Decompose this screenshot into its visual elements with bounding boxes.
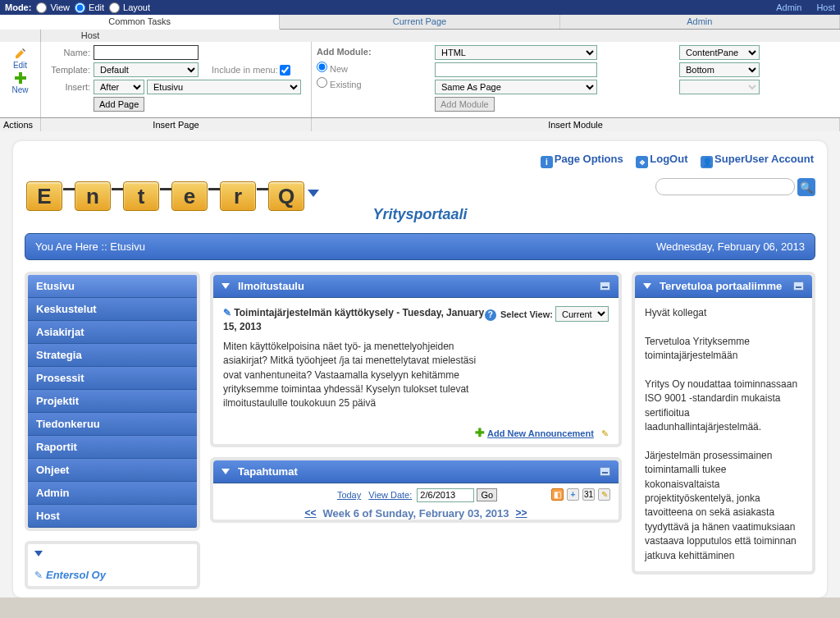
cal-prev[interactable]: << — [304, 507, 316, 519]
action-new[interactable]: New — [0, 71, 40, 94]
mode-edit-radio[interactable] — [75, 2, 85, 13]
announcement-title: Toimintajärjestelmän käyttökysely - Tues… — [223, 307, 484, 332]
pencil-icon[interactable]: ✎ — [223, 307, 231, 318]
breadcrumb: You Are Here :: Etusivu — [35, 240, 145, 253]
name-label: Name: — [46, 48, 90, 57]
mode-edit-lbl: Edit — [89, 2, 104, 12]
tab-admin[interactable]: Admin — [560, 15, 840, 29]
module-new-lbl: New — [330, 64, 348, 74]
page-options-link[interactable]: iPage Options — [536, 153, 623, 165]
mode-layout-lbl: Layout — [123, 2, 150, 12]
minimize-icon[interactable] — [600, 282, 610, 291]
insert-page-section-label: Insert Page — [41, 118, 312, 131]
search-input[interactable] — [655, 178, 795, 195]
cal-icon-edit[interactable]: ✎ — [598, 488, 610, 501]
module-title-tapahtumat: Tapahtumat — [238, 465, 298, 478]
welcome-p1: Hyvät kollegat — [645, 306, 802, 320]
name-input[interactable] — [94, 45, 199, 60]
announcement-body: Miten käyttökelpoisina näet työ- ja mene… — [223, 340, 477, 411]
sidebar-item-admin[interactable]: Admin — [28, 482, 197, 505]
sidebar-item-projektit[interactable]: Projektit — [28, 390, 197, 413]
insert-ref-select[interactable]: Etusivu — [147, 80, 301, 94]
module-existing-lbl: Existing — [330, 80, 362, 89]
welcome-p4: Järjestelmän prosessimainen toimintamall… — [645, 449, 802, 563]
include-menu-check[interactable] — [280, 65, 290, 76]
sidebar-item-strategia[interactable]: Strategia — [28, 344, 197, 367]
info-icon: i — [541, 156, 553, 168]
account-link[interactable]: 👤SuperUser Account — [696, 153, 814, 165]
collapse-icon[interactable] — [643, 283, 651, 289]
chevron-down-icon[interactable] — [34, 551, 43, 556]
action-edit-lbl: Edit — [13, 61, 27, 70]
add-page-button[interactable]: Add Page — [94, 97, 144, 112]
module-new-radio[interactable] — [317, 62, 327, 72]
search-button[interactable]: 🔍 — [797, 178, 815, 196]
sidebar-item-raportit[interactable]: Raportit — [28, 436, 197, 459]
minimize-icon[interactable] — [600, 467, 610, 476]
pencil-icon: ✎ — [34, 570, 43, 581]
sidebar-item-tiedonkeruu[interactable]: Tiedonkeruu — [28, 413, 197, 436]
sidebar-nav: EtusivuKeskustelutAsiakirjatStrategiaPro… — [25, 272, 200, 531]
actions-section-label: Actions — [0, 118, 41, 131]
insert-pos-select[interactable]: After — [94, 80, 144, 94]
welcome-p3: Yritys Oy noudattaa toiminnassaan ISO 90… — [645, 378, 802, 435]
select-view-wrap: ? Select View: Current — [485, 306, 609, 322]
minimize-icon[interactable] — [793, 282, 804, 291]
module-existing-radio[interactable] — [317, 77, 327, 88]
mode-view-radio[interactable] — [36, 2, 47, 13]
template-label: Template: — [46, 65, 90, 75]
plus-icon: ✚ — [475, 426, 485, 439]
page-date: Wednesday, February 06, 2013 — [656, 240, 805, 253]
mode-label: Mode: — [5, 2, 31, 12]
action-edit[interactable]: Edit — [0, 47, 40, 70]
module-align-select[interactable] — [679, 80, 760, 94]
edit-icon[interactable]: ✎ — [601, 428, 609, 438]
welcome-p2: Tervetuloa Yrityksemme toimintajärjestel… — [645, 335, 802, 364]
sidebar-item-etusivu[interactable]: Etusivu — [28, 275, 197, 298]
host-link[interactable]: Host — [816, 2, 835, 12]
include-menu-label: Include in menu: — [212, 65, 278, 75]
subtab-host[interactable]: Host — [41, 30, 139, 42]
add-module-label: Add Module: — [317, 47, 431, 57]
insert-label: Insert: — [46, 82, 90, 92]
cal-icon-add[interactable]: + — [567, 488, 579, 501]
mini-panel: ✎Entersol Oy — [25, 541, 200, 589]
module-perm-select[interactable]: Same As Page — [435, 80, 597, 94]
add-module-button[interactable]: Add Module — [435, 97, 495, 112]
module-title-input[interactable] — [435, 62, 597, 77]
sidebar-item-keskustelut[interactable]: Keskustelut — [28, 298, 197, 321]
cal-next[interactable]: >> — [516, 507, 527, 519]
module-pane-select[interactable]: ContentPane — [679, 45, 760, 60]
sidebar-item-host[interactable]: Host — [28, 505, 197, 528]
cal-icon-1[interactable]: ◧ — [551, 488, 564, 501]
template-select[interactable]: Default — [94, 62, 199, 77]
collapse-icon[interactable] — [221, 283, 230, 289]
cal-today-link[interactable]: Today — [337, 490, 361, 500]
admin-link[interactable]: Admin — [776, 2, 801, 12]
select-view-label: Select View: — [500, 309, 553, 319]
insert-module-section-label: Insert Module — [312, 118, 840, 131]
sidebar-item-prosessit[interactable]: Prosessit — [28, 367, 197, 390]
add-announcement-link[interactable]: Add New Announcement — [487, 428, 594, 438]
cal-icon-month[interactable]: 31 — [582, 488, 595, 501]
mode-layout-radio[interactable] — [109, 2, 120, 13]
sidebar-item-ohjeet[interactable]: Ohjeet — [28, 459, 197, 482]
tab-current[interactable]: Current Page — [280, 15, 559, 29]
user-icon: 👤 — [701, 156, 713, 168]
cal-go-button[interactable]: Go — [477, 488, 497, 501]
cal-date-input[interactable] — [417, 488, 474, 502]
help-icon[interactable]: ? — [485, 309, 496, 321]
mini-link[interactable]: Entersol Oy — [46, 569, 106, 581]
module-title-ilmoitus: Ilmoitustaulu — [238, 280, 304, 292]
cal-week-label: Week 6 of Sunday, February 03, 2013 — [322, 507, 509, 520]
logout-link[interactable]: ⎆LogOut — [631, 153, 687, 165]
sidebar-item-asiakirjat[interactable]: Asiakirjat — [28, 321, 197, 344]
mode-view-lbl: View — [50, 2, 70, 12]
logout-icon: ⎆ — [636, 156, 648, 168]
module-pos-select[interactable]: Bottom — [679, 62, 760, 77]
select-view-dropdown[interactable]: Current — [555, 306, 609, 322]
collapse-icon[interactable] — [221, 469, 230, 474]
module-type-select[interactable]: HTML — [435, 45, 597, 60]
cal-viewdate-link[interactable]: View Date: — [368, 490, 412, 500]
tab-common[interactable]: Common Tasks — [0, 15, 280, 30]
